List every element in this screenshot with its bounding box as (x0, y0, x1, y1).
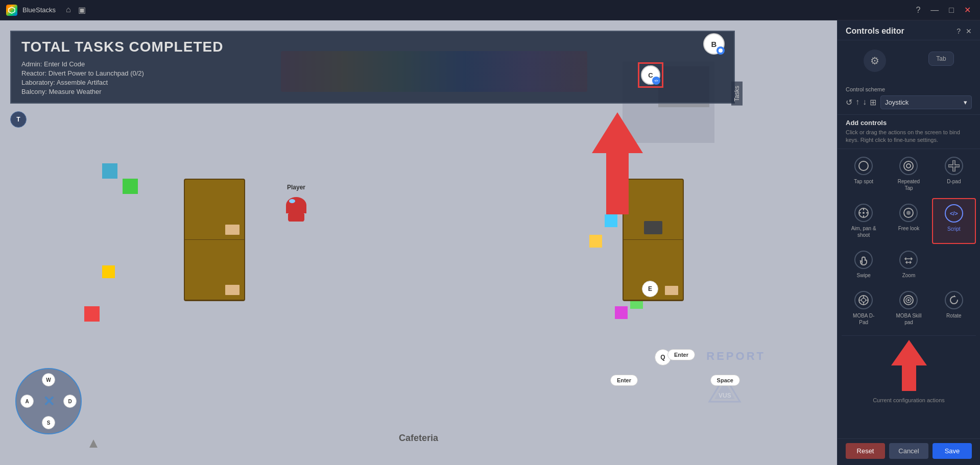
s-key[interactable]: S (42, 416, 55, 429)
moba-d-pad-icon (854, 291, 873, 309)
script-label: Script (947, 226, 961, 232)
reset-button[interactable]: Reset (846, 443, 885, 459)
cancel-button[interactable]: Cancel (889, 443, 928, 459)
locker-left-bottom (185, 240, 244, 300)
control-moba-skill-pad[interactable]: MOBA Skillpad (887, 285, 930, 331)
add-controls-desc: Click or drag the actions on the screen … (846, 129, 972, 144)
tile-yellow (102, 265, 115, 278)
e-key-badge[interactable]: E (642, 281, 658, 297)
tap-spot-icon (854, 157, 873, 175)
gear-button[interactable]: ⚙ (864, 50, 886, 72)
enter-key-badge-1[interactable]: Enter (667, 349, 695, 360)
controls-close-icon[interactable]: ✕ (966, 27, 972, 35)
control-empty (932, 245, 976, 284)
svg-marker-0 (9, 7, 15, 13)
controls-title: Controls editor (846, 27, 904, 36)
control-script[interactable]: </> Script (932, 198, 976, 244)
svg-point-16 (906, 211, 911, 215)
game-viewport[interactable]: TOTAL TASKS COMPLETED Admin: Enter Id Co… (0, 20, 837, 465)
rotate-label: Rotate (946, 312, 961, 319)
zoom-label: Zoom (902, 272, 916, 279)
tile-green (123, 179, 138, 194)
svg-marker-27 (891, 340, 927, 391)
svg-marker-1 (592, 112, 643, 214)
task-item-1: Admin: Enter Id Code (21, 60, 724, 68)
multi-icon[interactable]: ▣ (78, 5, 86, 15)
svg-marker-26 (954, 295, 956, 297)
a-key[interactable]: A (20, 395, 34, 408)
svg-point-14 (863, 212, 865, 214)
dpad-area[interactable]: W A S D ✕ (15, 368, 82, 434)
player-label: Player (286, 184, 306, 191)
control-zoom[interactable]: Zoom (887, 245, 930, 284)
t-key-badge[interactable]: T (10, 111, 27, 128)
tasks-list: Admin: Enter Id Code Reactor: Divert Pow… (21, 60, 724, 95)
nav-icons: ⌂ ▣ (66, 5, 86, 15)
tasks-sidebar-label: Tasks (731, 82, 743, 106)
tile-teal (102, 163, 117, 179)
control-swipe[interactable]: Swipe (842, 245, 886, 284)
script-icon: </> (945, 204, 963, 223)
w-key[interactable]: W (42, 373, 55, 386)
player-area: Player (286, 184, 306, 221)
home-icon[interactable]: ⌂ (66, 5, 71, 15)
svg-point-8 (906, 164, 911, 168)
save-button[interactable]: Save (933, 443, 972, 459)
tasks-title: TOTAL TASKS COMPLETED (21, 39, 724, 55)
moba-skill-pad-icon (899, 291, 918, 309)
control-repeated-tap[interactable]: RepeatedTap (887, 151, 930, 197)
moba-d-pad-label: MOBA D-Pad (853, 312, 874, 326)
control-tap-spot[interactable]: Tap spot (842, 151, 886, 197)
control-scheme-action-icons: ↺ ↑ ↓ ⊞ (846, 97, 876, 107)
controls-header-icons: ? ✕ (957, 27, 972, 35)
report-area: REPORT (706, 350, 766, 363)
control-d-pad[interactable]: D-pad (932, 151, 976, 197)
space-key-badge[interactable]: Space (710, 375, 740, 386)
control-moba-d-pad[interactable]: MOBA D-Pad (842, 285, 886, 331)
d-key[interactable]: D (63, 395, 77, 408)
window-actions: ? — □ ✕ (913, 4, 974, 16)
help-icon[interactable]: ? (913, 5, 923, 16)
tile-purple (615, 306, 628, 319)
enter-key-badge-2[interactable]: Enter (610, 375, 638, 386)
svg-text:VUS: VUS (719, 392, 731, 399)
free-look-icon (899, 204, 918, 222)
control-aim-pan-shoot[interactable]: Aim, pan &shoot (842, 198, 886, 244)
scheme-icon-refresh[interactable]: ↺ (846, 97, 852, 107)
red-arrow-up (592, 112, 643, 216)
controls-arrow-area (838, 338, 980, 393)
red-arrow-down (891, 340, 927, 391)
report-text: REPORT (706, 350, 766, 363)
avatar-c-wrap: C </> (638, 62, 663, 88)
scheme-icon-download[interactable]: ↓ (863, 97, 867, 107)
svg-point-6 (859, 161, 868, 170)
dpad-outer[interactable]: W A S D ✕ (15, 368, 82, 434)
close-icon[interactable]: ✕ (961, 4, 974, 16)
scheme-icon-upload[interactable]: ↑ (855, 97, 859, 107)
control-scheme-value: Joystick (885, 99, 909, 106)
control-scheme-dropdown[interactable]: Joystick ▾ (880, 95, 972, 109)
scheme-icon-grid[interactable]: ⊞ (870, 97, 876, 107)
task-item-2: Reactor: Divert Power to Launchpad (0/2) (21, 69, 724, 77)
main-area: TOTAL TASKS COMPLETED Admin: Enter Id Co… (0, 20, 980, 465)
app-logo (6, 5, 17, 16)
svg-marker-5 (89, 439, 98, 448)
svg-point-25 (907, 299, 910, 301)
free-look-label: Free look (898, 225, 920, 232)
tab-button[interactable]: Tab (928, 52, 953, 66)
maximize-icon[interactable]: □ (946, 5, 957, 16)
controls-help-icon[interactable]: ? (957, 27, 961, 35)
current-config-label: Current configuration actions (838, 393, 980, 405)
dropdown-chevron-icon: ▾ (964, 99, 967, 106)
rotate-icon (945, 291, 963, 309)
controls-grid: Tap spot RepeatedTap (838, 149, 980, 333)
avatar-c-box: C </> (638, 62, 663, 88)
locker-left-top (185, 180, 244, 240)
control-free-look[interactable]: Free look (887, 198, 930, 244)
zoom-icon (899, 251, 918, 269)
b-avatar-badge-inner (719, 48, 723, 53)
d-pad-label: D-pad (947, 178, 961, 185)
moba-skill-pad-label: MOBA Skillpad (896, 312, 921, 326)
minimize-icon[interactable]: — (927, 5, 942, 16)
control-rotate[interactable]: Rotate (932, 285, 976, 331)
